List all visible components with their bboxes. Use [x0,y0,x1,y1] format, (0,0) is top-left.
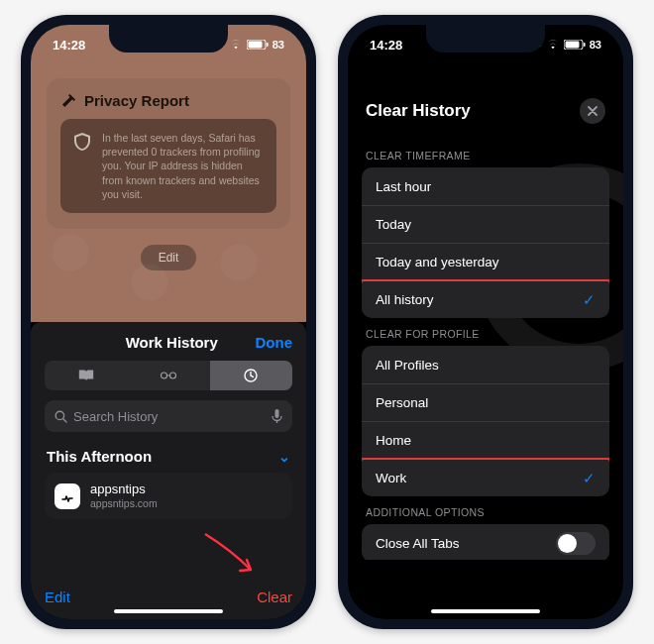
row-label: Close All Tabs [376,536,460,551]
chevron-down-icon: ⌄ [278,449,290,465]
row-label: Today [376,217,411,232]
timeframe-today[interactable]: Today [362,205,609,243]
profile-label: CLEAR FOR PROFILE [366,328,605,340]
search-placeholder: Search History [73,409,158,424]
history-panel-title: Work History [126,334,218,351]
tab-bookmarks[interactable] [45,361,127,390]
svg-rect-2 [267,43,269,47]
profile-work[interactable]: Work ✓ [362,459,609,496]
history-item[interactable]: appsntips appsntips.com [45,473,292,519]
annotation-arrow [201,530,261,578]
privacy-report-title-text: Privacy Report [84,92,189,109]
phone-left: 14:28 ▪▪▪▪ 83 Privacy Report In the last… [21,15,316,629]
edit-button[interactable]: Edit [45,589,70,605]
tab-reading-list[interactable] [127,361,209,390]
svg-point-4 [169,373,175,378]
shield-icon [74,133,90,151]
history-toolbar: Edit Clear [45,589,292,605]
timeframe-last-hour[interactable]: Last hour [362,167,609,205]
clear-history-content: CLEAR TIMEFRAME Last hour Today Today an… [362,140,609,560]
screen-right: 14:28 ▪▪▪▪ 83 Clear History CLEAR TIMEFR… [348,25,623,619]
notch [109,25,228,53]
privacy-report-area: Privacy Report In the last seven days, S… [31,25,306,322]
glasses-icon [160,369,177,382]
clear-history-title: Clear History [366,101,471,121]
home-indicator[interactable] [431,609,540,613]
history-panel-header: Work History Done [45,334,292,351]
site-favicon [54,483,80,509]
status-time: 14:28 [53,38,85,53]
svg-point-6 [55,411,63,419]
row-label: Home [376,433,411,448]
mic-icon[interactable] [272,409,282,424]
book-icon [77,369,95,382]
search-input[interactable]: Search History [45,400,292,432]
close-icon [588,106,598,116]
done-button[interactable]: Done [255,334,292,351]
timeframe-all-history[interactable]: All history ✓ [362,280,609,318]
close-all-tabs-row[interactable]: Close All Tabs [362,524,609,560]
row-label: Personal [376,395,428,410]
battery-percent: 83 [590,39,601,51]
profile-all[interactable]: All Profiles [362,346,609,383]
svg-point-3 [161,373,166,378]
phone-right: 14:28 ▪▪▪▪ 83 Clear History CLEAR TIMEFR… [338,15,633,629]
privacy-report-card: Privacy Report In the last seven days, S… [47,78,290,229]
row-label: All Profiles [376,358,439,373]
clear-button[interactable]: Clear [257,589,292,605]
timeframe-group: Last hour Today Today and yesterday All … [362,167,609,318]
tab-history[interactable] [210,361,292,390]
additional-label: ADDITIONAL OPTIONS [366,506,605,518]
row-label: Work [376,471,406,485]
screen-left: 14:28 ▪▪▪▪ 83 Privacy Report In the last… [31,25,306,619]
history-item-title: appsntips [90,483,158,497]
checkmark-icon: ✓ [583,291,596,309]
search-icon [54,410,67,423]
edit-widgets-button[interactable]: Edit [141,245,197,270]
close-button[interactable] [580,98,605,124]
svg-rect-7 [275,409,279,418]
history-section-title: This Afternoon [47,448,152,465]
segmented-control[interactable] [45,361,292,390]
svg-rect-1 [248,42,262,49]
svg-rect-11 [584,43,586,47]
checkmark-icon: ✓ [583,470,596,487]
profile-home[interactable]: Home [362,421,609,459]
row-label: Today and yesterday [376,255,499,269]
wifi-icon [229,40,243,50]
profile-personal[interactable]: Personal [362,383,609,421]
battery-percent: 83 [272,39,284,51]
timeframe-today-yesterday[interactable]: Today and yesterday [362,243,609,280]
wifi-icon [546,40,560,50]
svg-rect-10 [565,42,579,49]
row-label: All history [376,292,434,307]
notch [426,25,545,53]
profile-group: All Profiles Personal Home Work ✓ [362,346,609,496]
close-all-tabs-toggle[interactable] [556,532,596,555]
privacy-report-text: In the last seven days, Safari has preve… [102,131,263,201]
timeframe-label: CLEAR TIMEFRAME [366,150,605,161]
battery-icon [247,40,269,50]
history-item-text: appsntips appsntips.com [90,483,158,509]
svg-rect-8 [59,488,75,504]
history-section-header[interactable]: This Afternoon ⌄ [47,448,290,465]
clear-history-header: Clear History [348,98,623,124]
clock-icon [242,369,260,382]
privacy-report-title: Privacy Report [60,92,276,109]
battery-icon [564,40,586,50]
privacy-report-body: In the last seven days, Safari has preve… [60,119,276,213]
home-indicator[interactable] [114,609,223,613]
hammer-icon [60,93,76,109]
additional-group: Close All Tabs [362,524,609,560]
history-panel: Work History Done Search History [31,322,306,619]
row-label: Last hour [376,179,431,194]
status-time: 14:28 [370,38,402,53]
history-item-subtitle: appsntips.com [90,497,158,509]
